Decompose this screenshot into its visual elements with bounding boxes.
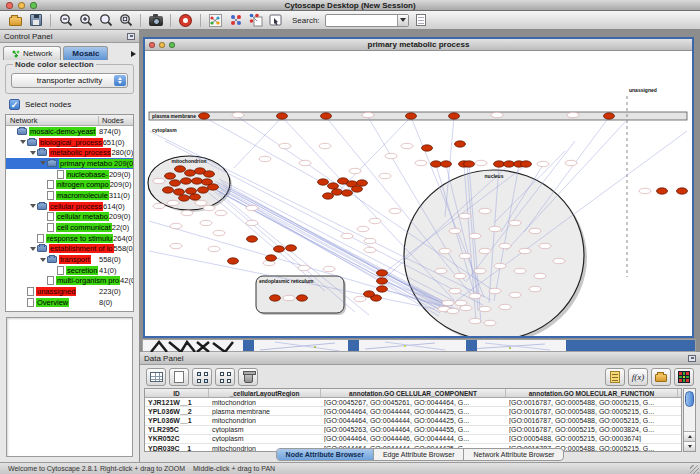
network-node[interactable]: [529, 286, 541, 291]
network-node[interactable]: [170, 243, 182, 248]
search-input[interactable]: [325, 14, 409, 27]
network-node[interactable]: [469, 293, 481, 298]
table-row[interactable]: YPL036W__1mitochondrion[GO:0044464, GO:0…: [145, 416, 681, 425]
tree-row[interactable]: unassigned223(0): [6, 286, 133, 297]
search-dropdown-button[interactable]: [397, 15, 408, 26]
table-cell[interactable]: mitochondrion: [209, 417, 321, 424]
network-node[interactable]: [385, 153, 397, 158]
network-node[interactable]: [332, 189, 343, 195]
network-node[interactable]: [454, 273, 466, 278]
network-node[interactable]: [319, 143, 331, 148]
network-file-icon[interactable]: [248, 13, 263, 28]
table-scrollbar[interactable]: [683, 388, 696, 452]
scrollbar-thumb[interactable]: [685, 391, 694, 407]
network-node[interactable]: [377, 270, 388, 276]
network-node[interactable]: [153, 203, 165, 208]
tree-row[interactable]: primary metabo209(0): [6, 158, 133, 169]
table-cell[interactable]: [GO:0016787, GO:0005488, GO:0005215, G..…: [506, 399, 678, 406]
table-cell[interactable]: cytoplasm: [209, 426, 321, 433]
network-node[interactable]: [455, 300, 467, 305]
import-network-icon[interactable]: [208, 13, 223, 28]
network-node[interactable]: [200, 220, 212, 225]
network-node[interactable]: [318, 179, 329, 185]
network-node[interactable]: [170, 180, 181, 186]
table-cell[interactable]: YKR052C: [145, 435, 209, 442]
network-node[interactable]: [321, 113, 332, 119]
network-view-window[interactable]: primary metabolic process plasma membran…: [143, 37, 694, 338]
network-node[interactable]: [494, 263, 506, 268]
network-node[interactable]: [377, 286, 388, 292]
tree-row[interactable]: cellular metabo209(0): [6, 212, 133, 223]
network-node[interactable]: [283, 295, 295, 300]
snapshot-icon[interactable]: [148, 13, 163, 28]
table-cell[interactable]: [GO:0016787, GO:0005488, GO:0005215, G..…: [506, 417, 678, 424]
select-nodes-checkbox[interactable]: ✓: [9, 99, 20, 110]
table-cell[interactable]: YPL036W__1: [145, 417, 209, 424]
network-node[interactable]: [469, 318, 481, 323]
network-node[interactable]: [203, 205, 215, 210]
open-session-icon[interactable]: [8, 13, 23, 28]
new-attribute-button[interactable]: [169, 368, 189, 386]
heatmap-button[interactable]: [674, 368, 694, 386]
network-node[interactable]: [204, 171, 215, 177]
table-cell[interactable]: [GO:0016787, GO:0005215, GO:0003824, G..…: [506, 426, 678, 433]
tree-column-network[interactable]: Network: [6, 116, 99, 125]
network-window-titlebar[interactable]: primary metabolic process: [145, 39, 692, 51]
network-node[interactable]: [186, 188, 197, 194]
zoom-out-icon[interactable]: [58, 13, 73, 28]
close-button[interactable]: [149, 42, 155, 48]
network-node[interactable]: [449, 228, 461, 233]
network-node[interactable]: [190, 194, 201, 200]
minimize-button[interactable]: [18, 2, 25, 9]
network-node[interactable]: [459, 253, 471, 258]
table-cell[interactable]: YJR121W__1: [145, 399, 209, 406]
unselect-attributes-button[interactable]: [215, 368, 235, 386]
tree-row[interactable]: cellular process614(0): [6, 201, 133, 212]
network-node[interactable]: [352, 186, 363, 192]
network-node[interactable]: [449, 288, 461, 293]
network-node[interactable]: [299, 160, 311, 165]
network-node[interactable]: [364, 291, 375, 297]
network-node[interactable]: [286, 245, 297, 251]
tab-node-attribute-browser[interactable]: Node Attribute Browser: [277, 449, 374, 460]
tab-scroll-right-icon[interactable]: [131, 51, 136, 57]
network-node[interactable]: [441, 161, 452, 167]
network-node[interactable]: [469, 233, 481, 238]
network-node[interactable]: [179, 195, 190, 201]
zoom-button[interactable]: [30, 2, 37, 9]
network-node[interactable]: [677, 188, 688, 194]
expander-icon[interactable]: [29, 151, 37, 155]
network-node[interactable]: [460, 305, 472, 310]
float-panel-icon[interactable]: [688, 355, 696, 362]
network-node[interactable]: [349, 168, 361, 173]
network-node[interactable]: [246, 205, 258, 210]
network-node[interactable]: [153, 178, 165, 183]
network-node[interactable]: [504, 161, 515, 167]
network-node[interactable]: [163, 187, 174, 193]
network-node[interactable]: [274, 246, 285, 252]
network-node[interactable]: [228, 258, 239, 264]
expander-icon[interactable]: [29, 204, 37, 208]
table-cell[interactable]: [GO:0005488, GO:0005215, GO:0003674]: [506, 435, 678, 442]
network-node[interactable]: [215, 210, 227, 215]
network-node[interactable]: [174, 189, 185, 195]
attribute-list-button[interactable]: [605, 368, 625, 386]
network-node[interactable]: [167, 200, 179, 205]
network-node[interactable]: [464, 161, 475, 167]
tab-network[interactable]: Network: [3, 46, 61, 60]
network-node[interactable]: [247, 236, 258, 242]
tree-row[interactable]: biological_process651(0): [6, 137, 133, 148]
table-row[interactable]: YKR052Ccytoplasm[GO:0044464, GO:0044446,…: [145, 435, 681, 444]
network-node[interactable]: [442, 300, 454, 305]
table-row[interactable]: YLR295Ccytoplasm[GO:0045263, GO:0044464,…: [145, 426, 681, 435]
table-cell[interactable]: [GO:0044464, GO:0044444, GO:0044425, G..…: [321, 408, 506, 415]
table-cell[interactable]: [GO:0044464, GO:0044446, GO:0044444, G..…: [321, 435, 506, 442]
network-node[interactable]: [455, 141, 466, 147]
tree-row[interactable]: nucleobase-209(0): [6, 169, 133, 180]
network-node[interactable]: [377, 278, 388, 284]
network-node[interactable]: [362, 112, 374, 117]
table-cell[interactable]: YPL036W__2: [145, 408, 209, 415]
network-node[interactable]: [270, 295, 281, 301]
network-node[interactable]: [657, 188, 668, 194]
tree-row[interactable]: Overview8(0): [6, 297, 133, 308]
